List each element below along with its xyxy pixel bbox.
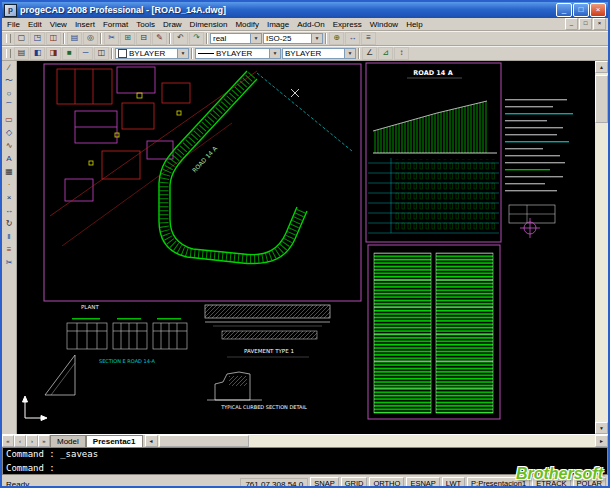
new-button[interactable]: ▢ — [14, 32, 29, 45]
menu-draw[interactable]: Draw — [159, 20, 186, 29]
scroll-up-icon[interactable]: ▲ — [595, 61, 608, 73]
layers-button[interactable]: ▤ — [14, 47, 29, 60]
match-properties-button[interactable]: ✎ — [152, 32, 167, 45]
move-tool[interactable]: ↔ — [3, 205, 16, 218]
spline-tool[interactable]: ∿ — [3, 140, 16, 153]
snap-toggle[interactable]: SNAP — [310, 477, 338, 488]
print-button[interactable]: ▤ — [67, 32, 82, 45]
color-combo[interactable]: BYLAYER ▼ — [115, 48, 189, 59]
toolbar-separator — [111, 48, 113, 59]
mirror-tool[interactable]: ‖ — [3, 231, 16, 244]
menu-modify[interactable]: Modify — [231, 20, 263, 29]
layer-previous-button[interactable]: ◨ — [46, 47, 61, 60]
explorer-button[interactable]: ◫ — [94, 47, 109, 60]
tab-presentac1[interactable]: Presentac1 — [86, 435, 143, 447]
layer-states-button[interactable]: ◧ — [30, 47, 45, 60]
menu-insert[interactable]: Insert — [71, 20, 99, 29]
menu-format[interactable]: Format — [99, 20, 132, 29]
trim-tool[interactable]: ✂ — [3, 257, 16, 270]
menu-help[interactable]: Help — [402, 20, 426, 29]
tab-first-button[interactable]: « — [2, 435, 14, 447]
zoom-button[interactable]: ⊕ — [329, 32, 344, 45]
menu-edit[interactable]: Edit — [24, 20, 46, 29]
polygon-tool[interactable]: ◇ — [3, 127, 16, 140]
polyline-tool[interactable]: 〜 — [3, 75, 16, 88]
undo-button[interactable]: ↶ — [173, 32, 188, 45]
pan-button[interactable]: ↔ — [345, 32, 360, 45]
vscroll-thumb[interactable] — [595, 75, 608, 123]
text-tool[interactable]: A — [3, 153, 16, 166]
scroll-left-icon[interactable]: ◄ — [145, 435, 158, 447]
elevation-button[interactable]: ↕ — [394, 47, 409, 60]
mdi-close-button[interactable]: × — [593, 18, 606, 30]
chevron-down-icon[interactable]: ▼ — [269, 49, 280, 58]
watermark: Brothersoft — [516, 465, 603, 483]
scroll-down-icon[interactable]: ▼ — [595, 422, 608, 434]
linetype-combo[interactable]: BYLAYER ▼ — [195, 48, 281, 59]
menu-file[interactable]: File — [3, 20, 24, 29]
command-history-line: Command : _saveas — [6, 449, 604, 459]
ortho-toggle[interactable]: ORTHO — [369, 477, 404, 488]
point-tool[interactable]: · — [3, 179, 16, 192]
offset-tool[interactable]: ≡ — [3, 244, 16, 257]
menu-addon[interactable]: Add-On — [293, 20, 329, 29]
chevron-down-icon[interactable]: ▼ — [177, 49, 188, 58]
hscroll-track[interactable] — [158, 435, 596, 447]
measure-button[interactable]: ⊿ — [378, 47, 393, 60]
dim-style-combo[interactable]: ISO-25 ▼ — [263, 33, 323, 44]
cut-button[interactable]: ✂ — [104, 32, 119, 45]
dim-style-value: ISO-25 — [266, 34, 291, 43]
chevron-down-icon[interactable]: ▼ — [344, 49, 355, 58]
circle-tool[interactable]: ○ — [3, 88, 16, 101]
toolbar-separator — [100, 33, 102, 44]
paste-button[interactable]: ⊟ — [136, 32, 151, 45]
vscroll-track[interactable] — [595, 73, 608, 422]
curb-detail-label: TYPICAL CURBED SECTION DETAIL — [220, 404, 307, 410]
menu-tools[interactable]: Tools — [132, 20, 159, 29]
command-input-line[interactable]: Command : — [6, 463, 604, 473]
ortho-tool-button[interactable]: ∠ — [362, 47, 377, 60]
line-tool[interactable]: ∕ — [3, 62, 16, 75]
toolbar-grip[interactable] — [6, 34, 11, 43]
close-button[interactable]: × — [590, 3, 606, 17]
menu-view[interactable]: View — [46, 20, 71, 29]
drawing-canvas[interactable]: ROAD 14 A PLANT ROAD 14 A — [17, 61, 595, 434]
menu-dimension[interactable]: Dimension — [186, 20, 232, 29]
copy-button[interactable]: ⊞ — [120, 32, 135, 45]
tab-model[interactable]: Model — [50, 435, 86, 447]
print-preview-button[interactable]: ◎ — [83, 32, 98, 45]
erase-tool[interactable]: × — [3, 192, 16, 205]
tab-next-button[interactable]: › — [26, 435, 38, 447]
arc-tool[interactable]: ⌒ — [3, 101, 16, 114]
save-button[interactable]: ◫ — [46, 32, 61, 45]
lineweight-combo[interactable]: BYLAYER ▼ — [282, 48, 356, 59]
mdi-minimize-button[interactable]: _ — [565, 18, 578, 30]
rectangle-tool[interactable]: ▭ — [3, 114, 16, 127]
maximize-button[interactable]: □ — [573, 3, 589, 17]
mdi-restore-button[interactable]: □ — [579, 18, 592, 30]
scroll-right-icon[interactable]: ► — [595, 435, 608, 447]
toolbar-grip[interactable] — [6, 49, 11, 58]
tab-prev-button[interactable]: ‹ — [14, 435, 26, 447]
open-button[interactable]: ◳ — [30, 32, 45, 45]
vertical-scrollbar[interactable]: ▲ ▼ — [595, 61, 608, 434]
grid-toggle[interactable]: GRID — [341, 477, 368, 488]
redo-button[interactable]: ↷ — [189, 32, 204, 45]
tab-last-button[interactable]: » — [38, 435, 50, 447]
horizontal-scrollbar[interactable]: ◄ ► — [145, 435, 609, 447]
chevron-down-icon[interactable]: ▼ — [311, 34, 322, 43]
menu-express[interactable]: Express — [329, 20, 366, 29]
linetype-manager-button[interactable]: ─ — [78, 47, 93, 60]
color-control-button[interactable]: ■ — [62, 47, 77, 60]
lwt-toggle[interactable]: LWT — [442, 477, 465, 488]
hscroll-thumb[interactable] — [159, 435, 249, 447]
hatch-tool[interactable]: ▦ — [3, 166, 16, 179]
rotate-tool[interactable]: ↻ — [3, 218, 16, 231]
minimize-button[interactable]: _ — [556, 3, 572, 17]
chevron-down-icon[interactable]: ▼ — [250, 34, 261, 43]
esnap-toggle[interactable]: ESNAP — [406, 477, 439, 488]
text-style-combo[interactable]: real ▼ — [210, 33, 262, 44]
properties-button[interactable]: ≡ — [361, 32, 376, 45]
menu-window[interactable]: Window — [366, 20, 402, 29]
menu-image[interactable]: Image — [263, 20, 293, 29]
